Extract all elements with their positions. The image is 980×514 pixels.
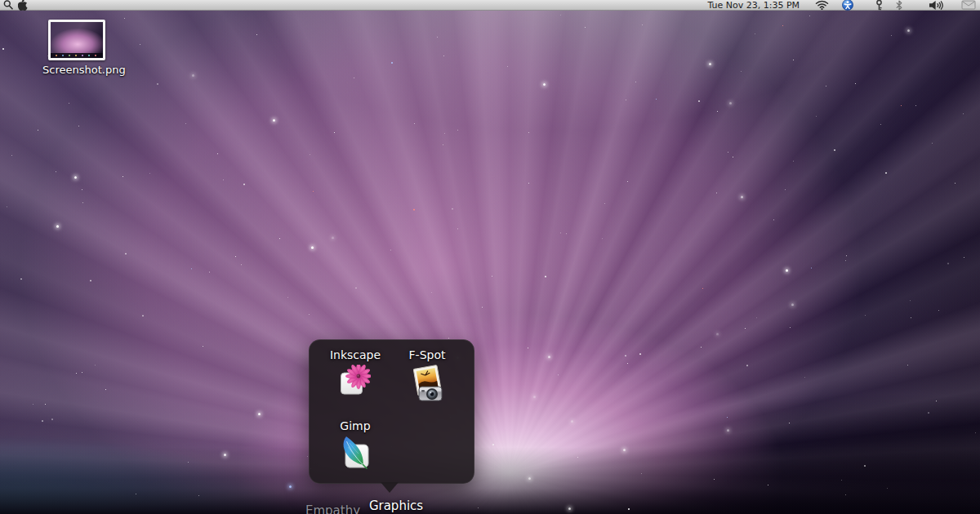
fspot-camera-icon [410,365,444,405]
screenshot-thumbnail [48,20,105,60]
menubar: Tue Nov 23, 1:35 PM [0,0,980,11]
gimp-feather-icon [339,436,372,473]
stack-item-label: Gimp [340,419,370,433]
desktop: Tue Nov 23, 1:35 PM [0,0,980,514]
bluetooth-icon[interactable] [893,0,905,11]
stack-item-label: F-Spot [409,348,446,362]
menubar-left [0,0,31,11]
desktop-wallpaper [0,0,980,514]
wifi-icon[interactable] [813,0,831,11]
menubar-tray: Tue Nov 23, 1:35 PM [707,0,980,11]
stack-item-label: Inkscape [330,348,381,362]
stack-popup-tail [381,482,399,493]
inkscape-flower-icon [340,365,371,399]
thumbnail-dock-dots [56,55,57,56]
volume-icon[interactable] [926,0,947,11]
stack-item-gimp[interactable]: Gimp [319,419,391,473]
thumbnail-dock-strip [51,53,103,58]
key-icon[interactable] [874,0,884,11]
graphics-stack-popup: Inkscape [309,339,474,484]
stack-item-fspot[interactable]: F-Spot [391,348,463,405]
stack-item-inkscape[interactable]: Inkscape [319,348,391,399]
apple-menu-icon[interactable] [15,0,31,11]
dock-item-empathy[interactable]: Empathy [305,503,360,514]
accessibility-icon[interactable] [838,0,858,11]
search-icon[interactable] [2,0,15,11]
desktop-icon-screenshot[interactable]: Screenshot.png [42,20,111,76]
file-label: Screenshot.png [42,64,111,76]
dock-item-graphics[interactable]: Graphics [368,498,425,513]
menubar-clock[interactable]: Tue Nov 23, 1:35 PM [707,0,800,11]
mail-icon[interactable] [960,0,978,11]
